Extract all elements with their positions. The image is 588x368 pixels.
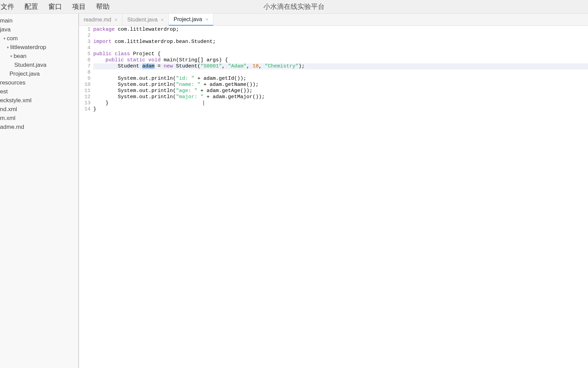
tree-item-adme-md[interactable]: adme.md xyxy=(0,123,78,132)
code-line[interactable]: System.out.println("age: " + adam.getAge… xyxy=(93,88,588,94)
tree-item-label: bean xyxy=(14,53,27,60)
code-token xyxy=(124,57,127,63)
code-line[interactable]: System.out.println("id: " + adam.getId()… xyxy=(93,76,588,82)
code-token: com.littlewaterdrop; xyxy=(115,27,179,32)
tree-item-resources[interactable]: resources xyxy=(0,78,78,87)
code-token: "Adam" xyxy=(228,63,246,69)
code-line[interactable]: package com.littlewaterdrop; xyxy=(93,27,588,33)
code-line[interactable] xyxy=(93,70,588,76)
tree-item-est[interactable]: est xyxy=(0,87,78,96)
tree-item-label: eckstyle.xml xyxy=(0,97,32,104)
code-token: = xyxy=(154,63,164,69)
main-area: mainjava▾com▾littlewaterdrop▾beanStudent… xyxy=(0,14,588,368)
tree-item-m-xml[interactable]: m.xml xyxy=(0,114,78,123)
code-line[interactable]: } xyxy=(93,100,588,106)
line-number: 7 xyxy=(79,63,91,70)
code-line[interactable]: System.out.println("name: " + adam.getNa… xyxy=(93,82,588,88)
code-token: public xyxy=(105,57,124,63)
caret-icon: ▾ xyxy=(10,54,13,59)
menubar: 文件配置窗口项目帮助 小水滴在线实验平台 xyxy=(0,0,588,14)
code-line[interactable] xyxy=(93,45,588,51)
code-token: "age: " xyxy=(176,88,197,94)
tab-Student-java[interactable]: Student.java× xyxy=(122,14,169,26)
code-content[interactable]: package com.littlewaterdrop;import com.l… xyxy=(93,26,588,368)
line-number: 2 xyxy=(79,33,91,39)
code-token: + adam.getMajor()); xyxy=(203,94,265,100)
line-number: 3 xyxy=(79,39,91,45)
close-icon[interactable]: × xyxy=(161,17,164,22)
tab-readme-md[interactable]: readme.md× xyxy=(79,14,122,26)
code-token: , xyxy=(259,63,265,69)
code-line[interactable]: } xyxy=(93,106,588,112)
code-token: System.out.println( xyxy=(93,88,176,94)
editor-pane: readme.md×Student.java×Project.java× 123… xyxy=(79,14,588,368)
tree-item-label: resources xyxy=(0,79,26,86)
tree-item-Student-java[interactable]: Student.java xyxy=(0,61,78,70)
menu-item-3[interactable]: 项目 xyxy=(72,2,86,11)
code-token: "name: " xyxy=(176,82,200,88)
line-number: 8 xyxy=(79,70,91,76)
tree-item-bean[interactable]: ▾bean xyxy=(0,52,78,61)
tree-item-label: est xyxy=(0,88,8,95)
menu-item-2[interactable]: 窗口 xyxy=(48,2,62,11)
code-area[interactable]: 1234567891011121314 package com.littlewa… xyxy=(79,26,588,368)
caret-icon: ▾ xyxy=(6,45,10,50)
tree-item-label: main xyxy=(0,17,13,24)
tree-item-label: Student.java xyxy=(14,62,47,68)
code-token: 18 xyxy=(252,63,259,69)
code-line[interactable] xyxy=(93,33,588,39)
code-token: + adam.getAge()); xyxy=(197,88,252,94)
text-cursor xyxy=(203,101,204,106)
line-number: 11 xyxy=(79,88,91,94)
code-token: "id: " xyxy=(176,76,194,81)
code-token: Project { xyxy=(130,51,161,57)
line-number: 13 xyxy=(79,100,91,106)
tree-item-com[interactable]: ▾com xyxy=(0,34,78,43)
code-line[interactable]: Student adam = new Student("S0001", "Ada… xyxy=(93,63,588,70)
code-token: + adam.getName()); xyxy=(200,82,259,88)
code-token: , xyxy=(222,63,228,69)
tree-item-eckstyle-xml[interactable]: eckstyle.xml xyxy=(0,96,78,105)
tree-item-java[interactable]: java xyxy=(0,25,78,34)
tree-item-main[interactable]: main xyxy=(0,16,78,25)
code-token: adam xyxy=(142,63,154,69)
line-number: 12 xyxy=(79,94,91,100)
menu-item-4[interactable]: 帮助 xyxy=(96,2,110,11)
line-number: 6 xyxy=(79,57,91,63)
menu-item-0[interactable]: 文件 xyxy=(1,2,14,11)
menu-item-1[interactable]: 配置 xyxy=(24,2,38,11)
code-token xyxy=(112,51,115,57)
code-token: System.out.println( xyxy=(93,82,176,88)
close-icon[interactable]: × xyxy=(206,17,208,22)
tree-item-label: nd.xml xyxy=(0,106,17,113)
tree-item-nd-xml[interactable]: nd.xml xyxy=(0,105,78,114)
close-icon[interactable]: × xyxy=(115,17,117,22)
code-token: public xyxy=(93,51,112,57)
line-number-gutter: 1234567891011121314 xyxy=(79,26,93,368)
code-token: static xyxy=(127,57,145,63)
code-token: new xyxy=(164,63,173,69)
file-tree-sidebar: mainjava▾com▾littlewaterdrop▾beanStudent… xyxy=(0,14,79,368)
line-number: 5 xyxy=(79,51,91,57)
tree-item-label: m.xml xyxy=(0,115,15,122)
code-line[interactable]: import com.littlewaterdrop.bean.Student; xyxy=(93,39,588,45)
code-token: Student xyxy=(93,63,142,69)
app-title: 小水滴在线实验平台 xyxy=(263,2,325,11)
editor-tabs: readme.md×Student.java×Project.java× xyxy=(79,14,588,26)
tab-Project-java[interactable]: Project.java× xyxy=(169,14,213,26)
code-token: class xyxy=(115,51,130,57)
code-token: Student( xyxy=(173,63,200,69)
line-number: 14 xyxy=(79,106,91,112)
code-token: "S0001" xyxy=(200,63,222,69)
tree-item-littlewaterdrop[interactable]: ▾littlewaterdrop xyxy=(0,43,78,52)
code-line[interactable]: public static void main(String[] args) { xyxy=(93,57,588,63)
code-token: "Chemistry" xyxy=(265,63,298,69)
code-token xyxy=(145,57,148,63)
tree-item-Project-java[interactable]: Project.java xyxy=(0,70,78,78)
code-token: com.littlewaterdrop.bean.Student; xyxy=(112,39,216,45)
code-line[interactable]: System.out.println("major: " + adam.getM… xyxy=(93,94,588,100)
code-line[interactable]: public class Project { xyxy=(93,51,588,57)
line-number: 10 xyxy=(79,82,91,88)
code-token: import xyxy=(93,39,112,45)
caret-icon: ▾ xyxy=(3,36,6,41)
